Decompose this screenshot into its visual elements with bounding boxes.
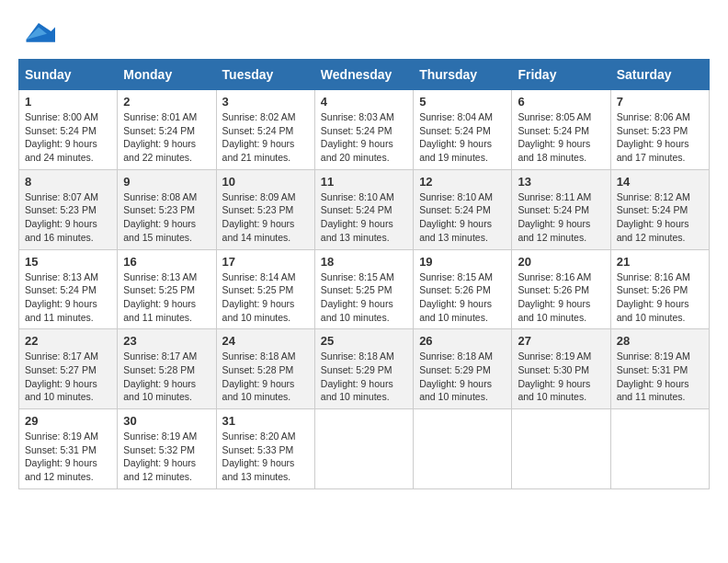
day-number: 10	[222, 175, 309, 189]
day-number: 1	[25, 95, 111, 109]
day-number: 23	[123, 334, 210, 348]
day-info: Sunrise: 8:10 AMSunset: 5:24 PMDaylight:…	[419, 190, 506, 245]
day-info: Sunrise: 8:13 AMSunset: 5:25 PMDaylight:…	[123, 270, 210, 325]
day-number: 22	[25, 334, 111, 348]
day-number: 27	[518, 334, 604, 348]
calendar-cell: 31 Sunrise: 8:20 AMSunset: 5:33 PMDaylig…	[216, 409, 314, 489]
day-info: Sunrise: 8:17 AMSunset: 5:27 PMDaylight:…	[25, 350, 111, 404]
calendar-cell: 6 Sunrise: 8:05 AMSunset: 5:24 PMDayligh…	[512, 90, 610, 170]
day-number: 18	[321, 255, 407, 269]
day-number: 24	[222, 334, 309, 348]
day-info: Sunrise: 8:18 AMSunset: 5:29 PMDaylight:…	[419, 350, 506, 404]
calendar-cell: 15 Sunrise: 8:13 AMSunset: 5:24 PMDaylig…	[19, 249, 118, 329]
calendar-cell: 11 Sunrise: 8:10 AMSunset: 5:24 PMDaylig…	[314, 169, 413, 249]
day-info: Sunrise: 8:18 AMSunset: 5:29 PMDaylight:…	[321, 350, 407, 404]
day-info: Sunrise: 8:06 AMSunset: 5:23 PMDaylight:…	[617, 110, 703, 165]
day-info: Sunrise: 8:05 AMSunset: 5:24 PMDaylight:…	[518, 110, 604, 165]
calendar-cell	[414, 409, 512, 489]
calendar-cell	[610, 409, 709, 489]
day-info: Sunrise: 8:16 AMSunset: 5:26 PMDaylight:…	[518, 270, 604, 325]
weekday-header-wednesday: Wednesday	[314, 60, 413, 90]
day-number: 21	[617, 255, 703, 269]
day-info: Sunrise: 8:15 AMSunset: 5:25 PMDaylight:…	[321, 270, 407, 325]
day-info: Sunrise: 8:11 AMSunset: 5:24 PMDaylight:…	[518, 190, 604, 245]
calendar-cell: 3 Sunrise: 8:02 AMSunset: 5:24 PMDayligh…	[216, 90, 314, 170]
calendar-cell: 9 Sunrise: 8:08 AMSunset: 5:23 PMDayligh…	[118, 169, 216, 249]
calendar-week-row: 8 Sunrise: 8:07 AMSunset: 5:23 PMDayligh…	[19, 169, 710, 249]
day-info: Sunrise: 8:09 AMSunset: 5:23 PMDaylight:…	[222, 190, 309, 245]
calendar-cell: 23 Sunrise: 8:17 AMSunset: 5:28 PMDaylig…	[118, 329, 216, 409]
day-info: Sunrise: 8:08 AMSunset: 5:23 PMDaylight:…	[123, 190, 210, 245]
day-number: 25	[321, 334, 407, 348]
calendar-cell: 14 Sunrise: 8:12 AMSunset: 5:24 PMDaylig…	[610, 169, 709, 249]
calendar-week-row: 29 Sunrise: 8:19 AMSunset: 5:31 PMDaylig…	[19, 409, 710, 489]
day-number: 8	[25, 175, 111, 189]
header	[18, 18, 710, 44]
day-info: Sunrise: 8:04 AMSunset: 5:24 PMDaylight:…	[419, 110, 506, 165]
day-number: 2	[123, 95, 210, 109]
weekday-header-monday: Monday	[118, 60, 216, 90]
day-info: Sunrise: 8:14 AMSunset: 5:25 PMDaylight:…	[222, 270, 309, 325]
day-info: Sunrise: 8:02 AMSunset: 5:24 PMDaylight:…	[222, 110, 309, 165]
day-number: 28	[617, 334, 703, 348]
day-number: 12	[419, 175, 506, 189]
calendar-cell: 28 Sunrise: 8:19 AMSunset: 5:31 PMDaylig…	[610, 329, 709, 409]
day-info: Sunrise: 8:15 AMSunset: 5:26 PMDaylight:…	[419, 270, 506, 325]
calendar-cell	[314, 409, 413, 489]
day-info: Sunrise: 8:20 AMSunset: 5:33 PMDaylight:…	[222, 430, 309, 484]
day-number: 15	[25, 255, 111, 269]
logo-icon	[22, 18, 55, 44]
calendar-cell: 10 Sunrise: 8:09 AMSunset: 5:23 PMDaylig…	[216, 169, 314, 249]
calendar-cell: 24 Sunrise: 8:18 AMSunset: 5:28 PMDaylig…	[216, 329, 314, 409]
day-info: Sunrise: 8:17 AMSunset: 5:28 PMDaylight:…	[123, 350, 210, 404]
day-info: Sunrise: 8:12 AMSunset: 5:24 PMDaylight:…	[617, 190, 703, 245]
calendar-cell: 5 Sunrise: 8:04 AMSunset: 5:24 PMDayligh…	[414, 90, 512, 170]
calendar-cell: 7 Sunrise: 8:06 AMSunset: 5:23 PMDayligh…	[610, 90, 709, 170]
day-info: Sunrise: 8:03 AMSunset: 5:24 PMDaylight:…	[321, 110, 407, 165]
logo	[18, 18, 55, 44]
calendar-cell: 30 Sunrise: 8:19 AMSunset: 5:32 PMDaylig…	[118, 409, 216, 489]
calendar-cell: 20 Sunrise: 8:16 AMSunset: 5:26 PMDaylig…	[512, 249, 610, 329]
day-number: 11	[321, 175, 407, 189]
day-info: Sunrise: 8:19 AMSunset: 5:32 PMDaylight:…	[123, 430, 210, 484]
weekday-header-thursday: Thursday	[414, 60, 512, 90]
calendar-table: SundayMondayTuesdayWednesdayThursdayFrid…	[18, 59, 710, 489]
weekday-header-friday: Friday	[512, 60, 610, 90]
day-number: 29	[25, 414, 111, 428]
calendar-cell: 13 Sunrise: 8:11 AMSunset: 5:24 PMDaylig…	[512, 169, 610, 249]
calendar-cell: 1 Sunrise: 8:00 AMSunset: 5:24 PMDayligh…	[19, 90, 118, 170]
calendar-week-row: 15 Sunrise: 8:13 AMSunset: 5:24 PMDaylig…	[19, 249, 710, 329]
day-number: 17	[222, 255, 309, 269]
day-info: Sunrise: 8:19 AMSunset: 5:31 PMDaylight:…	[617, 350, 703, 404]
calendar-cell: 4 Sunrise: 8:03 AMSunset: 5:24 PMDayligh…	[314, 90, 413, 170]
day-number: 26	[419, 334, 506, 348]
day-number: 14	[617, 175, 703, 189]
weekday-header-saturday: Saturday	[610, 60, 709, 90]
day-info: Sunrise: 8:10 AMSunset: 5:24 PMDaylight:…	[321, 190, 407, 245]
day-number: 19	[419, 255, 506, 269]
day-number: 3	[222, 95, 309, 109]
calendar-cell: 19 Sunrise: 8:15 AMSunset: 5:26 PMDaylig…	[414, 249, 512, 329]
day-number: 9	[123, 175, 210, 189]
calendar-cell: 27 Sunrise: 8:19 AMSunset: 5:30 PMDaylig…	[512, 329, 610, 409]
day-number: 31	[222, 414, 309, 428]
calendar-cell: 8 Sunrise: 8:07 AMSunset: 5:23 PMDayligh…	[19, 169, 118, 249]
day-info: Sunrise: 8:19 AMSunset: 5:30 PMDaylight:…	[518, 350, 604, 404]
day-number: 7	[617, 95, 703, 109]
day-info: Sunrise: 8:18 AMSunset: 5:28 PMDaylight:…	[222, 350, 309, 404]
calendar-cell: 12 Sunrise: 8:10 AMSunset: 5:24 PMDaylig…	[414, 169, 512, 249]
calendar-cell: 17 Sunrise: 8:14 AMSunset: 5:25 PMDaylig…	[216, 249, 314, 329]
calendar-week-row: 22 Sunrise: 8:17 AMSunset: 5:27 PMDaylig…	[19, 329, 710, 409]
day-number: 13	[518, 175, 604, 189]
day-info: Sunrise: 8:01 AMSunset: 5:24 PMDaylight:…	[123, 110, 210, 165]
calendar-cell: 22 Sunrise: 8:17 AMSunset: 5:27 PMDaylig…	[19, 329, 118, 409]
calendar-cell: 16 Sunrise: 8:13 AMSunset: 5:25 PMDaylig…	[118, 249, 216, 329]
calendar-cell: 25 Sunrise: 8:18 AMSunset: 5:29 PMDaylig…	[314, 329, 413, 409]
calendar-cell: 18 Sunrise: 8:15 AMSunset: 5:25 PMDaylig…	[314, 249, 413, 329]
day-info: Sunrise: 8:19 AMSunset: 5:31 PMDaylight:…	[25, 430, 111, 484]
calendar-cell: 26 Sunrise: 8:18 AMSunset: 5:29 PMDaylig…	[414, 329, 512, 409]
day-info: Sunrise: 8:16 AMSunset: 5:26 PMDaylight:…	[617, 270, 703, 325]
day-info: Sunrise: 8:00 AMSunset: 5:24 PMDaylight:…	[25, 110, 111, 165]
day-number: 6	[518, 95, 604, 109]
weekday-header-tuesday: Tuesday	[216, 60, 314, 90]
